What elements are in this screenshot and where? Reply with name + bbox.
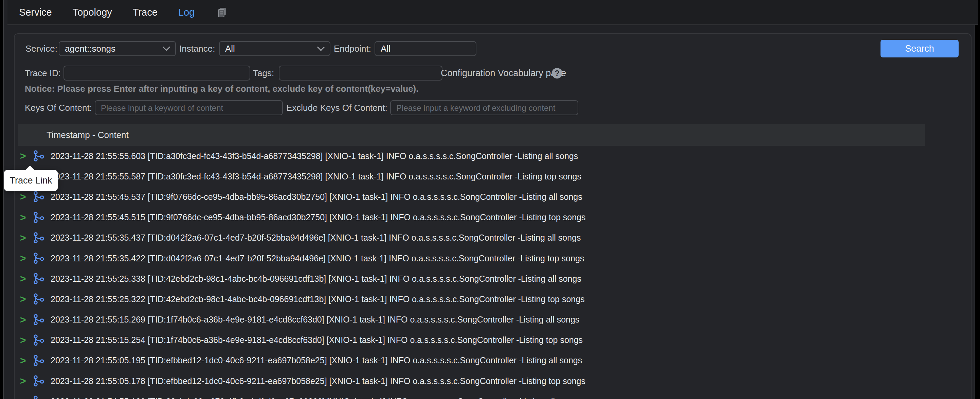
log-row: > 2023-11-28 21:55:35.422 [TID:d042f2a6-… bbox=[18, 248, 969, 268]
log-row: > 2023-11-28 21:55:45.537 [TID:9f0766dc-… bbox=[18, 187, 969, 207]
expand-chevron-icon[interactable]: > bbox=[20, 356, 29, 366]
notice-text: Notice: Please press Enter after inputti… bbox=[25, 84, 419, 94]
search-button[interactable]: Search bbox=[880, 40, 959, 57]
trace-link-icon[interactable] bbox=[33, 273, 45, 285]
log-row-text: 2023-11-28 21:55:25.338 [TID:42ebd2cb-98… bbox=[51, 274, 581, 284]
screen: Service Topology Trace Log Service: agen… bbox=[0, 0, 980, 399]
endpoint-input[interactable] bbox=[375, 41, 476, 56]
service-select-value: agent::songs bbox=[65, 43, 115, 54]
nav-log[interactable]: Log bbox=[178, 7, 194, 18]
log-row: > 2023-11-28 21:55:15.254 [TID:1f74b0c6-… bbox=[18, 330, 969, 350]
log-row: > 2023-11-28 21:55:15.269 [TID:1f74b0c6-… bbox=[18, 310, 969, 330]
trace-link-icon[interactable] bbox=[33, 252, 45, 265]
log-row: > 2023-11-28 21:55:25.338 [TID:42ebd2cb-… bbox=[18, 268, 969, 289]
trace-link-icon[interactable] bbox=[33, 375, 45, 387]
trace-id-label: Trace ID: bbox=[25, 64, 61, 82]
service-label: Service: bbox=[25, 40, 57, 57]
log-panel: Service: agent::songs Instance: All Endp… bbox=[14, 33, 972, 399]
log-row-text: 2023-11-28 21:55:05.178 [TID:efbbed12-1d… bbox=[51, 376, 585, 386]
trace-link-icon[interactable] bbox=[33, 211, 45, 223]
log-row: > 2023-11-28 21:55:35.437 [TID:d042f2a6-… bbox=[18, 228, 969, 248]
trace-link-icon[interactable] bbox=[33, 293, 45, 305]
configuration-vocabulary-link[interactable]: Configuration Vocabulary page bbox=[441, 64, 566, 82]
expand-chevron-icon[interactable]: > bbox=[20, 274, 29, 284]
trace-link-tooltip: Trace Link bbox=[4, 170, 58, 191]
trace-link-icon[interactable] bbox=[33, 232, 45, 244]
keys-of-content-label: Keys Of Content: bbox=[25, 99, 92, 117]
expand-chevron-icon[interactable]: > bbox=[20, 315, 29, 325]
copy-pages-icon[interactable] bbox=[215, 5, 229, 19]
trace-link-icon[interactable] bbox=[33, 191, 45, 203]
expand-chevron-icon[interactable]: > bbox=[20, 192, 29, 202]
instance-select-value: All bbox=[225, 43, 235, 54]
nav-service[interactable]: Service bbox=[19, 7, 52, 18]
log-row-text: 2023-11-28 21:55:45.537 [TID:9f0766dc-ce… bbox=[51, 192, 582, 202]
top-navigation: Service Topology Trace Log bbox=[8, 0, 978, 25]
exclude-keys-input[interactable] bbox=[390, 100, 578, 115]
log-row-text: 2023-11-28 21:55:35.437 [TID:d042f2a6-07… bbox=[51, 233, 581, 243]
log-row-text: 2023-11-28 21:55:55.603 [TID:a30fc3ed-fc… bbox=[51, 151, 578, 161]
instance-select[interactable]: All bbox=[219, 41, 330, 56]
log-rows-list: > 2023-11-28 21:55:55.603 [TID:a30fc3ed-… bbox=[18, 146, 969, 399]
log-row: > 2023-11-28 21:55:05.178 [TID:efbbed12-… bbox=[18, 371, 969, 391]
help-question-icon[interactable]: ? bbox=[552, 68, 562, 78]
table-header-label: Timestamp - Content bbox=[46, 130, 129, 140]
log-row: > 2023-11-28 21:55:05.195 [TID:efbbed12-… bbox=[18, 350, 969, 371]
table-header: Timestamp - Content bbox=[18, 124, 925, 146]
tags-input[interactable] bbox=[279, 65, 442, 81]
log-row: > 2023-11-28 21:55:45.515 [TID:9f0766dc-… bbox=[18, 207, 969, 228]
log-row-text: 2023-11-28 21:55:25.322 [TID:42ebd2cb-98… bbox=[51, 294, 585, 304]
expand-chevron-icon[interactable]: > bbox=[20, 151, 29, 161]
expand-chevron-icon[interactable]: > bbox=[20, 253, 29, 263]
nav-trace[interactable]: Trace bbox=[133, 7, 158, 18]
log-row-text: 2023-11-28 21:55:15.269 [TID:1f74b0c6-a3… bbox=[51, 315, 579, 325]
log-row: > 2023-11-28 21:54:55.109 [TID:38cbdc99-… bbox=[18, 391, 969, 399]
app-window: Service Topology Trace Log Service: agen… bbox=[3, 0, 975, 399]
log-row-text: 2023-11-28 21:55:35.422 [TID:d042f2a6-07… bbox=[51, 254, 584, 263]
expand-chevron-icon[interactable]: > bbox=[20, 233, 29, 243]
trace-id-input[interactable] bbox=[64, 65, 250, 81]
trace-link-icon[interactable] bbox=[33, 150, 45, 162]
chevron-down-icon bbox=[163, 43, 170, 51]
nav-topology[interactable]: Topology bbox=[73, 7, 112, 18]
tooltip-label: Trace Link bbox=[10, 176, 52, 186]
log-row-text: 2023-11-28 21:55:45.515 [TID:9f0766dc-ce… bbox=[51, 212, 585, 222]
log-row: > 2023-11-28 21:55:55.603 [TID:a30fc3ed-… bbox=[18, 146, 969, 166]
log-row-text: 2023-11-28 21:54:55.109 [TID:38cbdc99-e9… bbox=[51, 397, 580, 399]
log-row-text: 2023-11-28 21:55:55.587 [TID:a30fc3ed-fc… bbox=[51, 172, 581, 182]
expand-chevron-icon[interactable]: > bbox=[20, 396, 29, 399]
keys-of-content-input[interactable] bbox=[95, 100, 283, 115]
expand-chevron-icon[interactable]: > bbox=[20, 335, 29, 345]
exclude-keys-label: Exclude Keys Of Content: bbox=[286, 99, 387, 117]
expand-chevron-icon[interactable]: > bbox=[20, 376, 29, 386]
trace-link-icon[interactable] bbox=[33, 314, 45, 326]
trace-link-icon[interactable] bbox=[33, 395, 45, 399]
log-row-text: 2023-11-28 21:55:05.195 [TID:efbbed12-1d… bbox=[51, 356, 582, 365]
chevron-down-icon bbox=[317, 43, 325, 51]
log-row: > 2023-11-28 21:55:25.322 [TID:42ebd2cb-… bbox=[18, 289, 969, 309]
service-select[interactable]: agent::songs bbox=[59, 41, 176, 56]
expand-chevron-icon[interactable]: > bbox=[20, 294, 29, 304]
log-row-text: 2023-11-28 21:55:15.254 [TID:1f74b0c6-a3… bbox=[51, 335, 583, 345]
trace-link-icon[interactable] bbox=[33, 354, 45, 367]
instance-label: Instance: bbox=[179, 40, 215, 57]
endpoint-label: Endpoint: bbox=[334, 40, 371, 57]
log-row: > 2023-11-28 21:55:55.587 [TID:a30fc3ed-… bbox=[18, 166, 969, 187]
expand-chevron-icon[interactable]: > bbox=[20, 212, 29, 223]
trace-link-icon[interactable] bbox=[33, 334, 45, 346]
tags-label: Tags: bbox=[253, 64, 274, 82]
